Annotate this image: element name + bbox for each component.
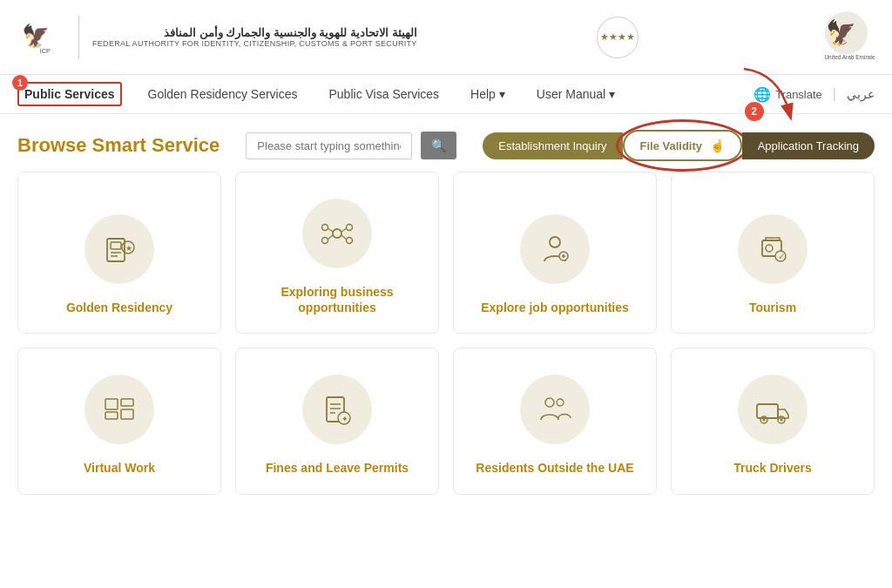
svg-text:🦅: 🦅	[22, 23, 51, 50]
header-center: ★★★★	[597, 17, 639, 58]
job-icon-circle	[520, 214, 590, 284]
card-label-truck-drivers: Truck Drivers	[733, 460, 812, 476]
card-label-fines-leave: Fines and Leave Permits	[266, 460, 409, 476]
svg-rect-30	[105, 399, 118, 409]
card-label-explore-job: Explore job opportunities	[481, 300, 629, 315]
tourism-icon: ✓	[753, 230, 792, 268]
card-label-exploring-business: Exploring business opportunities	[253, 284, 421, 315]
cards-row-1: ★ Golden Residency Explor	[17, 172, 875, 334]
svg-rect-42	[757, 404, 778, 418]
header-arabic-title: الهيئة الاتحادية للهوية والجنسية والجمار…	[164, 26, 417, 39]
card-exploring-business[interactable]: Exploring business opportunities	[235, 172, 439, 334]
translate-icon: 🌐	[753, 86, 771, 103]
header-divider	[78, 16, 79, 59]
nav-separator: |	[833, 86, 836, 102]
annotation-badge-2: 2	[745, 102, 764, 121]
business-icon	[318, 214, 356, 253]
search-button[interactable]: 🔍	[421, 132, 456, 159]
logo-icon: 🦅 ICP	[17, 13, 65, 61]
truck-icon	[753, 390, 792, 429]
nav-badge-1: 1	[12, 75, 28, 91]
residents-icon	[536, 390, 574, 429]
card-truck-drivers[interactable]: Truck Drivers	[671, 348, 875, 494]
header-left: 🦅 ICP الهيئة الاتحادية للهوية والجنسية و…	[17, 13, 417, 61]
cards-row-2: Virtual Work ✦ Fines and Leave Permits	[17, 348, 875, 494]
header-text-block: الهيئة الاتحادية للهوية والجنسية والجمار…	[92, 26, 417, 48]
svg-text:✓: ✓	[778, 252, 785, 261]
card-fines-leave[interactable]: ✦ Fines and Leave Permits	[235, 348, 439, 494]
card-label-tourism: Tourism	[749, 300, 796, 315]
card-tourism[interactable]: ✓ Tourism	[671, 172, 875, 334]
nav-public-visa[interactable]: Public Visa Services	[324, 84, 445, 105]
tab-buttons-wrapper: Establishment Inquiry 2 File Validity ☝ …	[483, 130, 875, 161]
svg-point-41	[557, 399, 564, 406]
nav-public-services[interactable]: 1 Public Services	[17, 82, 122, 106]
virtual-work-icon-circle	[84, 375, 154, 444]
svg-rect-32	[121, 399, 133, 406]
nav-right-controls: 🌐 Translate | عربي	[753, 86, 875, 103]
business-icon-circle	[302, 199, 372, 268]
uae-emblem-icon: 🦅 United Arab Emirates	[818, 9, 875, 65]
card-label-virtual-work: Virtual Work	[84, 460, 155, 476]
card-explore-job[interactable]: Explore job opportunities	[453, 172, 657, 334]
svg-point-15	[347, 225, 353, 231]
svg-text:🦅: 🦅	[826, 18, 856, 47]
golden-residency-icon-circle: ★	[84, 214, 154, 284]
cards-container: ★ Golden Residency Explor	[0, 172, 892, 495]
translate-button[interactable]: 🌐 Translate	[753, 86, 822, 103]
tourism-icon-circle: ✓	[738, 214, 808, 284]
svg-point-13	[333, 229, 341, 238]
card-residents-outside[interactable]: Residents Outside the UAE	[453, 348, 657, 494]
fines-icon: ✦	[318, 390, 356, 429]
nav-golden-residency[interactable]: Golden Residency Services	[143, 84, 303, 105]
arabic-lang-button[interactable]: عربي	[847, 87, 875, 101]
header-english-title: FEDERAL AUTHORITY FOR IDENTITY, CITIZENS…	[92, 39, 417, 48]
tab-application-tracking[interactable]: Application Tracking	[742, 132, 875, 159]
svg-text:★: ★	[125, 244, 132, 253]
svg-line-18	[328, 228, 333, 232]
tab-file-validity-wrapper: 2 File Validity ☝	[623, 130, 742, 161]
nav-user-manual[interactable]: User Manual ▾	[531, 84, 620, 105]
job-icon	[536, 230, 574, 268]
svg-text:ICP: ICP	[40, 47, 51, 55]
tab-file-validity[interactable]: File Validity ☝	[623, 130, 742, 161]
svg-rect-8	[111, 242, 121, 249]
residents-icon-circle	[520, 375, 590, 444]
nav-help[interactable]: Help ▾	[465, 84, 510, 105]
card-virtual-work[interactable]: Virtual Work	[17, 348, 221, 494]
svg-point-16	[322, 238, 328, 244]
fines-icon-circle: ✦	[302, 375, 372, 444]
svg-rect-31	[105, 412, 118, 419]
svg-line-19	[341, 228, 347, 232]
browse-section: Browse Smart Service 🔍 Establishment Inq…	[0, 114, 892, 172]
svg-point-46	[780, 419, 783, 422]
browse-title: Browse Smart Service	[17, 134, 220, 157]
svg-point-27	[766, 245, 773, 252]
virtual-work-icon	[100, 390, 139, 429]
svg-point-45	[763, 419, 766, 422]
tab-establishment-inquiry[interactable]: Establishment Inquiry	[483, 132, 622, 159]
svg-text:United Arab Emirates: United Arab Emirates	[824, 54, 875, 60]
header-right: 🦅 United Arab Emirates	[818, 9, 875, 65]
svg-line-21	[341, 235, 347, 240]
card-golden-residency[interactable]: ★ Golden Residency	[17, 172, 221, 334]
svg-rect-33	[121, 409, 133, 419]
header: 🦅 ICP الهيئة الاتحادية للهوية والجنسية و…	[0, 0, 892, 75]
svg-point-40	[545, 398, 554, 407]
search-input[interactable]	[246, 132, 412, 159]
svg-point-17	[347, 238, 353, 244]
golden-residency-icon: ★	[100, 230, 139, 268]
svg-text:✦: ✦	[341, 415, 348, 423]
nav-links: 1 Public Services Golden Residency Servi…	[17, 82, 620, 106]
svg-point-22	[550, 237, 560, 247]
search-area: 🔍	[246, 132, 456, 159]
card-label-residents-outside: Residents Outside the UAE	[476, 460, 633, 476]
svg-line-20	[328, 235, 333, 240]
cursor-icon: ☝	[710, 139, 725, 152]
card-label-golden-residency: Golden Residency	[66, 300, 172, 315]
svg-point-14	[322, 225, 328, 231]
truck-icon-circle	[738, 375, 808, 444]
stars-badge: ★★★★	[597, 17, 639, 58]
